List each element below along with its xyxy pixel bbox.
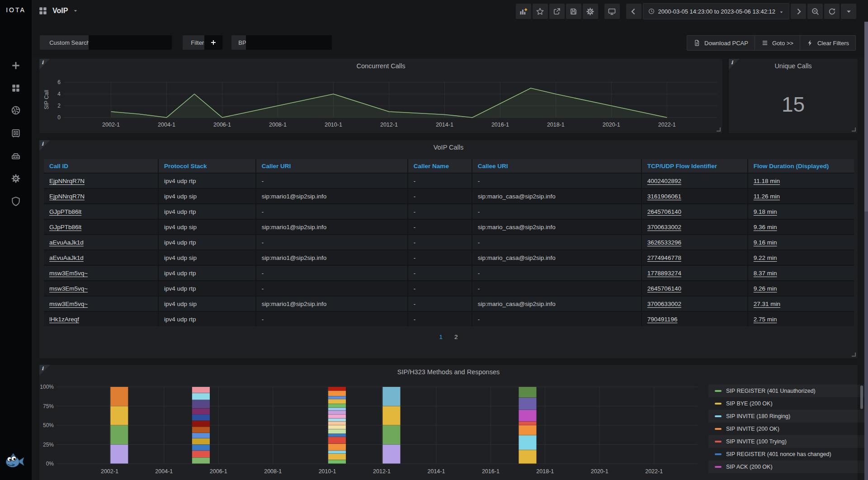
- table-cell-link[interactable]: EjpNNrqR7N: [49, 178, 85, 184]
- sidebar-item-capture[interactable]: [0, 105, 32, 116]
- table-cell-link[interactable]: 9.36 min: [754, 224, 777, 231]
- panel-info-icon[interactable]: [729, 59, 740, 70]
- table-cell-link[interactable]: 3161906061: [647, 193, 681, 200]
- scrollbar-thumb[interactable]: [864, 22, 868, 212]
- table-cell-link[interactable]: 27.31 min: [754, 301, 780, 307]
- sidebar-item-security[interactable]: [0, 196, 32, 207]
- legend-item[interactable]: SIP ACK (200 OK): [708, 461, 866, 473]
- plus-icon: [11, 61, 21, 71]
- dashboard-grid-icon[interactable]: [38, 6, 48, 16]
- table-cell-link[interactable]: GJpPTb86lt: [49, 208, 81, 215]
- table-cell: ipv4 udp rtp: [159, 281, 256, 296]
- table-cell-link[interactable]: 9.18 min: [754, 208, 777, 215]
- goto-button[interactable]: Goto >>: [755, 35, 800, 51]
- mascot-fish-icon[interactable]: [5, 452, 26, 472]
- column-header[interactable]: TCP/UDP Flow Identifier: [642, 159, 748, 173]
- legend-item[interactable]: SIP BYE (200 OK): [708, 397, 866, 410]
- table-cell-link[interactable]: msw3Em5vq~: [49, 301, 88, 307]
- table-cell: -: [408, 312, 472, 326]
- column-header[interactable]: Protocol Stack: [159, 159, 256, 173]
- kiosk-mode-button[interactable]: [604, 4, 620, 19]
- bpf-input[interactable]: [246, 35, 332, 50]
- table-cell-link[interactable]: 1778893274: [647, 270, 681, 277]
- table-cell: ipv4 udp rtp: [159, 266, 256, 280]
- sidebar-item-add[interactable]: [0, 60, 32, 71]
- table-cell-link[interactable]: 3626533296: [647, 239, 681, 246]
- table-cell-link[interactable]: aEvuAaJk1d: [49, 254, 84, 261]
- table-cell-link[interactable]: 790491196: [647, 316, 678, 323]
- column-header[interactable]: Caller Name: [408, 159, 472, 173]
- sidebar-item-dashboards[interactable]: [0, 83, 32, 94]
- table-row: GJpPTb86ltipv4 udp sipsip:mario1@sip2sip…: [44, 219, 854, 234]
- table-cell-link[interactable]: 9.16 min: [754, 239, 777, 246]
- table-cell-link[interactable]: lHk1zAreqf: [49, 316, 79, 323]
- pagination-page-1[interactable]: 1: [439, 334, 443, 340]
- column-header[interactable]: Callee URI: [472, 159, 642, 173]
- table-cell-link[interactable]: EjpNNrqR7N: [49, 193, 85, 200]
- table-cell-link[interactable]: 3700633002: [647, 301, 681, 307]
- add-panel-button[interactable]: [516, 4, 531, 19]
- table-cell-link[interactable]: 2645706140: [647, 285, 681, 292]
- table-cell-link[interactable]: 2645706140: [647, 208, 681, 215]
- table-cell-link[interactable]: 8.37 min: [754, 270, 777, 277]
- table-cell-link[interactable]: 9.26 min: [754, 285, 777, 292]
- pagination-page-2[interactable]: 2: [454, 334, 458, 340]
- add-filter-button[interactable]: [204, 35, 222, 50]
- table-cell-link[interactable]: msw3Em5vq~: [49, 285, 88, 292]
- column-header[interactable]: Call ID: [44, 159, 159, 173]
- legend-item[interactable]: SIP REGISTER (401 Unauthorized): [708, 385, 866, 397]
- panel-resize-handle[interactable]: [717, 127, 721, 132]
- table-cell-link[interactable]: 11.26 min: [754, 193, 780, 200]
- refresh-button[interactable]: [824, 4, 840, 19]
- dashboard-settings-button[interactable]: [583, 4, 598, 19]
- table-cell-link[interactable]: 9.22 min: [754, 254, 777, 261]
- table-cell-link[interactable]: msw3Em5vq~: [49, 270, 88, 277]
- panel-info-icon[interactable]: [39, 365, 50, 376]
- monitor-icon: [608, 7, 616, 16]
- share-button[interactable]: [549, 4, 565, 19]
- zoom-out-button[interactable]: [807, 4, 823, 19]
- svg-text:2002-1: 2002-1: [102, 122, 120, 128]
- sidebar-item-vault[interactable]: [0, 128, 32, 139]
- caret-down-icon: [778, 9, 784, 14]
- table-cell-link[interactable]: 2774946778: [647, 254, 681, 261]
- column-header[interactable]: Flow Duration (Displayed): [748, 159, 854, 173]
- bar-segment: [519, 450, 536, 463]
- clear-filters-button[interactable]: Clear Filters: [800, 35, 856, 51]
- time-range-picker[interactable]: 2000-03-05 14:23:00 to 2023-05-06 13:42:…: [643, 3, 790, 19]
- chevron-down-icon[interactable]: [72, 8, 79, 14]
- download-pcap-button[interactable]: Download PCAP: [687, 35, 755, 51]
- sidebar-item-storage[interactable]: [0, 151, 32, 161]
- panel-info-icon[interactable]: [39, 140, 50, 151]
- time-range-back-button[interactable]: [626, 4, 642, 19]
- refresh-interval-button[interactable]: [841, 4, 856, 19]
- table-cell-link[interactable]: aEvuAaJk1d: [49, 239, 84, 246]
- page-scrollbar[interactable]: [864, 22, 868, 480]
- save-icon: [569, 7, 578, 16]
- table-cell: sip:mario1@sip2sip.info: [256, 250, 408, 265]
- table-cell-link[interactable]: 4002402892: [647, 178, 681, 184]
- star-button[interactable]: [533, 4, 548, 19]
- save-button[interactable]: [566, 4, 581, 19]
- legend-scrollbar[interactable]: [860, 386, 863, 409]
- bar-segment: [519, 435, 536, 450]
- panel-resize-handle[interactable]: [852, 353, 856, 357]
- bar-segment: [110, 445, 128, 464]
- custom-search-input[interactable]: [89, 35, 172, 50]
- table-cell-link[interactable]: 11.18 min: [754, 178, 780, 184]
- table-cell-link[interactable]: GJpPTb86lt: [49, 224, 81, 231]
- panel-resize-handle[interactable]: [852, 127, 856, 132]
- sidebar-item-settings[interactable]: [0, 173, 32, 184]
- legend-item[interactable]: SIP INVITE (180 Ringing): [708, 410, 866, 423]
- table-cell: ipv4 udp sip: [159, 296, 256, 311]
- time-range-forward-button[interactable]: [791, 4, 806, 19]
- panel-info-icon[interactable]: [39, 59, 50, 70]
- legend-item[interactable]: SIP INVITE (200 OK): [708, 423, 866, 435]
- dashboard-title[interactable]: VoIP: [52, 7, 68, 15]
- legend-item[interactable]: SIP REGISTER (401 nonce has changed): [708, 448, 866, 461]
- column-header[interactable]: Caller URI: [256, 159, 408, 173]
- table-cell-link[interactable]: 3700633002: [647, 224, 681, 231]
- legend-item[interactable]: SIP INVITE (100 Trying): [708, 435, 866, 448]
- table-row: msw3Em5vq~ipv4 udp rtp---26457061409.26 …: [44, 280, 854, 296]
- table-cell-link[interactable]: 2.75 min: [754, 316, 777, 323]
